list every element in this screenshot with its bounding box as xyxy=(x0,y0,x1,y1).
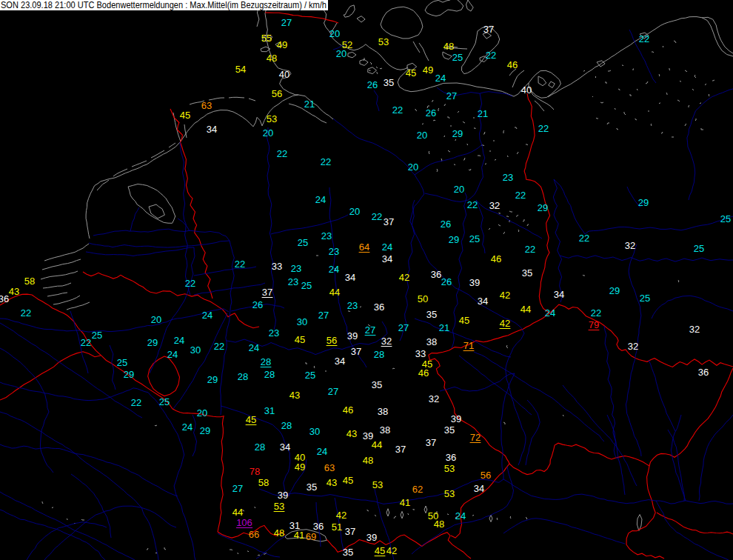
svg-text:66: 66 xyxy=(249,529,259,540)
svg-text:22: 22 xyxy=(277,148,287,159)
svg-text:35: 35 xyxy=(343,547,353,558)
svg-text:23: 23 xyxy=(347,300,358,311)
svg-text:28: 28 xyxy=(374,349,384,360)
svg-text:26: 26 xyxy=(426,107,436,119)
svg-text:30: 30 xyxy=(190,344,201,356)
svg-text:28: 28 xyxy=(255,441,265,453)
svg-text:24: 24 xyxy=(249,342,259,353)
svg-text:34: 34 xyxy=(345,272,355,283)
svg-text:22: 22 xyxy=(467,199,478,210)
svg-text:37: 37 xyxy=(262,287,272,298)
svg-text:20: 20 xyxy=(417,130,427,141)
svg-text:58: 58 xyxy=(24,276,35,287)
svg-text:29: 29 xyxy=(124,369,134,380)
svg-text:23: 23 xyxy=(503,172,513,183)
svg-text:45: 45 xyxy=(246,414,256,425)
svg-text:37: 37 xyxy=(395,444,406,455)
svg-text:22: 22 xyxy=(131,397,141,408)
svg-text:63: 63 xyxy=(324,462,335,473)
svg-text:22: 22 xyxy=(321,156,331,167)
svg-text:48: 48 xyxy=(267,53,277,64)
svg-text:28: 28 xyxy=(238,371,248,382)
svg-text:44: 44 xyxy=(329,287,340,298)
svg-text:42: 42 xyxy=(399,272,409,283)
svg-text:39: 39 xyxy=(451,413,461,424)
svg-text:24: 24 xyxy=(545,307,555,319)
svg-text:106: 106 xyxy=(236,517,252,528)
svg-text:39: 39 xyxy=(278,490,288,501)
svg-text:22: 22 xyxy=(579,233,589,244)
svg-text:22: 22 xyxy=(21,307,31,319)
svg-text:24: 24 xyxy=(435,73,446,84)
svg-text:22: 22 xyxy=(185,278,195,289)
svg-text:51: 51 xyxy=(332,521,342,533)
svg-text:34: 34 xyxy=(478,296,488,307)
svg-text:36: 36 xyxy=(698,367,709,378)
svg-text:21: 21 xyxy=(478,108,488,119)
svg-text:45: 45 xyxy=(459,315,469,326)
svg-text:28: 28 xyxy=(281,420,292,431)
svg-text:32: 32 xyxy=(628,341,638,352)
svg-text:44: 44 xyxy=(372,439,382,450)
svg-text:28: 28 xyxy=(261,356,271,367)
svg-text:41: 41 xyxy=(294,530,304,541)
svg-text:34: 34 xyxy=(207,124,217,135)
svg-text:37: 37 xyxy=(426,437,436,448)
svg-text:25: 25 xyxy=(694,243,704,254)
svg-text:36: 36 xyxy=(313,521,324,532)
svg-text:22: 22 xyxy=(639,33,649,44)
svg-text:71: 71 xyxy=(463,340,474,351)
svg-text:22: 22 xyxy=(235,259,245,270)
svg-text:25: 25 xyxy=(305,370,315,381)
svg-text:25: 25 xyxy=(301,280,312,291)
svg-text:46: 46 xyxy=(418,367,429,379)
svg-text:32: 32 xyxy=(429,393,439,404)
svg-text:32: 32 xyxy=(381,336,392,347)
svg-text:23: 23 xyxy=(291,263,301,274)
svg-text:37: 37 xyxy=(384,216,394,227)
svg-text:34: 34 xyxy=(474,483,484,494)
svg-text:20: 20 xyxy=(263,127,273,139)
svg-text:46: 46 xyxy=(507,59,518,70)
svg-text:31: 31 xyxy=(264,405,275,416)
svg-text:44: 44 xyxy=(521,304,531,315)
svg-text:36: 36 xyxy=(431,269,441,280)
svg-text:40: 40 xyxy=(279,69,289,80)
svg-text:24: 24 xyxy=(382,241,392,253)
svg-text:34: 34 xyxy=(554,289,564,300)
svg-text:26: 26 xyxy=(252,299,263,310)
svg-text:42: 42 xyxy=(500,318,510,329)
svg-text:39: 39 xyxy=(366,532,377,543)
svg-text:27: 27 xyxy=(398,322,409,333)
svg-text:27: 27 xyxy=(318,310,329,321)
svg-text:50: 50 xyxy=(418,293,428,304)
svg-text:22: 22 xyxy=(591,307,601,319)
svg-text:40: 40 xyxy=(521,84,532,96)
svg-text:48: 48 xyxy=(274,527,284,539)
svg-text:55: 55 xyxy=(261,33,272,44)
svg-text:64: 64 xyxy=(359,241,369,253)
svg-text:23: 23 xyxy=(288,276,298,287)
svg-text:46: 46 xyxy=(491,253,501,264)
svg-text:30: 30 xyxy=(309,426,320,437)
svg-text:58: 58 xyxy=(258,477,269,488)
svg-text:35: 35 xyxy=(522,267,532,279)
svg-text:29: 29 xyxy=(452,128,463,139)
svg-text:62: 62 xyxy=(412,484,423,495)
svg-text:43: 43 xyxy=(327,477,337,488)
svg-text:22: 22 xyxy=(392,104,403,116)
svg-text:32: 32 xyxy=(689,324,700,335)
svg-text:29: 29 xyxy=(538,202,548,213)
svg-text:25: 25 xyxy=(469,233,480,244)
svg-text:24: 24 xyxy=(174,335,184,346)
svg-text:24: 24 xyxy=(182,421,193,433)
svg-text:29: 29 xyxy=(609,285,620,296)
svg-text:33: 33 xyxy=(272,261,282,272)
svg-text:69: 69 xyxy=(306,531,316,542)
svg-text:37: 37 xyxy=(483,24,494,35)
svg-text:29: 29 xyxy=(638,197,649,208)
svg-text:35: 35 xyxy=(307,481,317,493)
svg-text:49: 49 xyxy=(423,64,433,76)
svg-text:43: 43 xyxy=(9,286,19,297)
svg-text:24: 24 xyxy=(202,310,212,321)
